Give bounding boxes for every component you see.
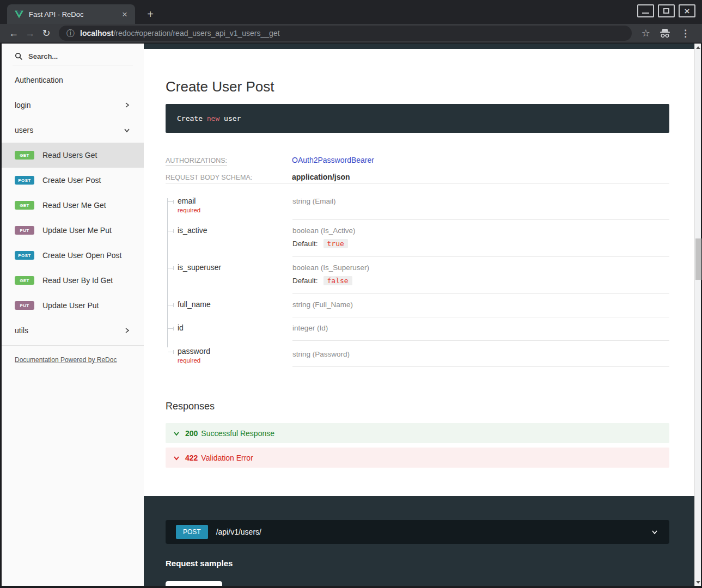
default-value: false bbox=[323, 276, 352, 285]
tab-title: Fast API - ReDoc bbox=[29, 10, 120, 19]
field-type: boolean (Is_Superuser) bbox=[292, 264, 669, 272]
site-info-icon[interactable]: ⓘ bbox=[66, 28, 75, 39]
back-button[interactable]: ← bbox=[5, 26, 22, 41]
sidebar-item-read-users-get[interactable]: GET Read Users Get bbox=[2, 143, 144, 168]
window-maximize-button[interactable] bbox=[658, 4, 675, 17]
endpoint-dropdown[interactable]: POST /api/v1/users/ bbox=[166, 520, 669, 544]
method-badge-put: PUT bbox=[15, 301, 34, 310]
scroll-down-icon[interactable] bbox=[695, 578, 701, 586]
field-name: password bbox=[178, 347, 292, 356]
sidebar-item-update-user-me-put[interactable]: PUT Update User Me Put bbox=[2, 218, 144, 243]
responses-title: Responses bbox=[166, 401, 669, 412]
default-label: Default: bbox=[292, 277, 318, 285]
response-422-toggle[interactable]: 422 Validation Error bbox=[166, 448, 669, 468]
sidebar-item-label: users bbox=[15, 126, 33, 134]
chevron-right-icon bbox=[123, 327, 131, 334]
operation-label: Update User Put bbox=[42, 301, 99, 310]
incognito-icon bbox=[659, 28, 671, 38]
request-body-row: REQUEST BODY SCHEMA: application/json bbox=[166, 173, 669, 181]
search-row bbox=[2, 44, 144, 65]
field-type-cell: string (Email) bbox=[292, 191, 669, 220]
response-code: 200 bbox=[185, 429, 198, 438]
field-type: string (Email) bbox=[292, 197, 669, 205]
minimize-icon bbox=[642, 13, 649, 14]
sidebar-item-update-user-put[interactable]: PUT Update User Put bbox=[2, 293, 144, 318]
operation-label: Read User Me Get bbox=[42, 201, 106, 210]
default-line: Default: true bbox=[292, 239, 669, 248]
new-tab-button[interactable]: + bbox=[143, 7, 158, 22]
sidebar-item-login[interactable]: login bbox=[2, 93, 144, 118]
sidebar-item-label: Authentication bbox=[15, 76, 63, 84]
scrollbar-thumb[interactable] bbox=[695, 238, 701, 280]
authorizations-label: AUTHORIZATIONS: bbox=[166, 157, 292, 164]
sidebar-item-create-user-open-post[interactable]: POST Create User Open Post bbox=[2, 243, 144, 268]
scroll-up-icon[interactable] bbox=[695, 44, 701, 51]
chevron-down-icon bbox=[173, 454, 180, 462]
url-bar[interactable]: ⓘ localhost/redoc#operation/read_users_a… bbox=[59, 26, 632, 41]
method-badge-post: POST bbox=[15, 176, 34, 185]
operation-label: Read Users Get bbox=[42, 151, 97, 160]
field-name-cell[interactable]: is_active bbox=[166, 220, 292, 257]
tab-payload[interactable]: Payload bbox=[166, 581, 222, 586]
operation-label: Create User Post bbox=[42, 176, 101, 185]
redoc-footer-link[interactable]: Documentation Powered by ReDoc bbox=[15, 356, 117, 364]
page-scrollbar[interactable] bbox=[694, 44, 701, 586]
close-icon: × bbox=[685, 7, 690, 16]
schema-row-id: id integer (Id) bbox=[166, 317, 669, 341]
required-flag: required bbox=[178, 207, 292, 213]
request-body-label: REQUEST BODY SCHEMA: bbox=[166, 174, 292, 181]
request-samples-panel: POST /api/v1/users/ Request samples Payl… bbox=[144, 496, 694, 586]
sidebar-item-create-user-post[interactable]: POST Create User Post bbox=[2, 168, 144, 193]
reload-button[interactable]: ↻ bbox=[38, 26, 54, 41]
schema-row-is-active: is_active boolean (Is_Active) Default: t… bbox=[166, 220, 669, 257]
endpoint-path: /api/v1/users/ bbox=[216, 528, 261, 536]
required-flag: required bbox=[178, 357, 292, 364]
chevron-down-icon bbox=[650, 528, 659, 536]
divider bbox=[166, 183, 669, 184]
sidebar-footer: Documentation Powered by ReDoc bbox=[2, 346, 144, 373]
field-name-cell[interactable]: email required bbox=[166, 191, 292, 220]
field-name-cell[interactable]: is_superuser bbox=[166, 257, 292, 294]
page-title: Create User Post bbox=[166, 78, 669, 95]
sidebar-item-utils[interactable]: utils bbox=[2, 318, 144, 343]
schema-row-full-name: full_name string (Full_Name) bbox=[166, 294, 669, 317]
window-close-button[interactable]: × bbox=[679, 4, 695, 17]
search-icon bbox=[15, 52, 23, 60]
url-text: localhost/redoc#operation/read_users_api… bbox=[80, 29, 280, 38]
sidebar-item-authentication[interactable]: Authentication bbox=[2, 68, 144, 93]
request-samples-title: Request samples bbox=[166, 559, 669, 568]
authorization-link[interactable]: OAuth2PasswordBearer bbox=[292, 156, 374, 164]
field-name-cell[interactable]: id bbox=[166, 317, 292, 341]
sidebar-item-read-user-me-get[interactable]: GET Read User Me Get bbox=[2, 193, 144, 218]
field-type: boolean (Is_Active) bbox=[292, 226, 669, 235]
field-name-cell[interactable]: password required bbox=[166, 341, 292, 367]
authorizations-row: AUTHORIZATIONS: OAuth2PasswordBearer bbox=[166, 156, 669, 164]
field-name-cell[interactable]: full_name bbox=[166, 294, 292, 317]
search-input[interactable] bbox=[28, 52, 121, 60]
sidebar-item-read-user-by-id-get[interactable]: GET Read User By Id Get bbox=[2, 268, 144, 293]
request-schema-table: email required string (Email) is_active … bbox=[166, 191, 669, 367]
browser-tab[interactable]: Fast API - ReDoc × bbox=[7, 4, 135, 24]
browser-menu-icon[interactable]: ⋮ bbox=[676, 28, 694, 39]
chevron-right-icon bbox=[123, 101, 131, 109]
operation-description-code: Create new user bbox=[166, 104, 669, 133]
field-type-cell: string (Full_Name) bbox=[292, 294, 669, 317]
sidebar-item-label: utils bbox=[15, 326, 28, 335]
sidebar-item-users[interactable]: users bbox=[2, 118, 144, 143]
operation-label: Update User Me Put bbox=[42, 226, 112, 235]
operation-doc: Create User Post Create new user AUTHORI… bbox=[144, 49, 694, 472]
main-content: Create User Post Create new user AUTHORI… bbox=[144, 44, 694, 586]
bookmark-star-icon[interactable]: ☆ bbox=[638, 27, 654, 39]
window-minimize-button[interactable] bbox=[637, 4, 654, 17]
field-type: string (Full_Name) bbox=[292, 301, 669, 309]
field-name: is_active bbox=[178, 226, 292, 235]
method-badge-get: GET bbox=[15, 151, 34, 160]
vue-favicon-icon bbox=[15, 10, 23, 19]
tab-close-icon[interactable]: × bbox=[120, 10, 130, 19]
window-controls: × bbox=[637, 4, 695, 17]
previous-panel-strip bbox=[144, 44, 694, 49]
field-name: email bbox=[178, 197, 292, 205]
forward-button[interactable]: → bbox=[22, 26, 38, 41]
response-200-toggle[interactable]: 200 Successful Response bbox=[166, 423, 669, 443]
method-badge-get: GET bbox=[15, 276, 34, 285]
